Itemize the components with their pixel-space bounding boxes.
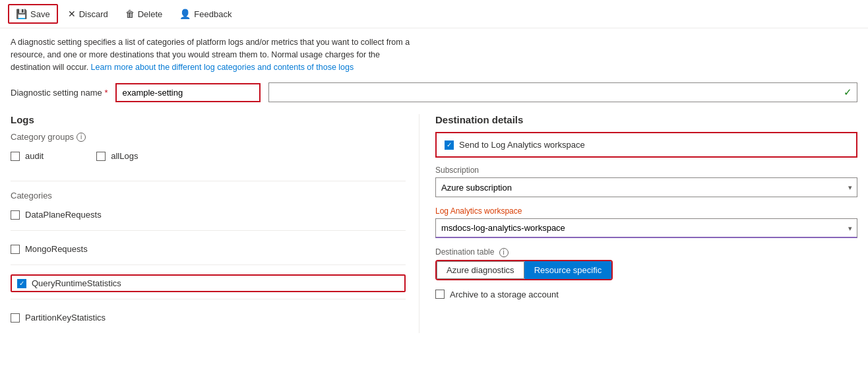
page-content: A diagnostic setting specifies a list of… (0, 28, 868, 341)
log-workspace-label: Log Analytics workspace (435, 206, 857, 216)
query-checkbox[interactable] (17, 279, 26, 288)
delete-button[interactable]: 🗑 Delete (118, 5, 170, 23)
partition-checkbox[interactable] (11, 313, 20, 323)
alllogs-checkbox[interactable] (96, 152, 106, 161)
main-layout: Logs Category groups i audit allLogs C (11, 114, 857, 333)
send-to-log-row: Send to Log Analytics workspace (435, 132, 857, 158)
divider2 (11, 230, 406, 231)
logs-title: Logs (11, 114, 406, 125)
divider (11, 181, 406, 181)
partition-checkbox-row: PartitionKeyStatistics (11, 309, 406, 326)
mongo-checkbox[interactable] (11, 245, 20, 254)
toolbar: 💾 Save ✕ Discard 🗑 Delete 👤 Feedback (0, 0, 868, 28)
dest-table-label: Destination table i (435, 247, 857, 257)
send-to-log-checkbox[interactable] (445, 140, 454, 150)
archive-label: Archive to a storage account (450, 290, 559, 299)
check-icon: ✓ (844, 86, 852, 98)
archive-checkbox[interactable] (435, 290, 445, 299)
audit-label: audit (25, 151, 44, 161)
feedback-button[interactable]: 👤 Feedback (172, 5, 239, 23)
dataplane-label: DataPlaneRequests (25, 210, 102, 220)
setting-name-long-input[interactable] (268, 82, 857, 102)
destination-section: Destination details Send to Log Analytic… (419, 114, 857, 333)
setting-name-bar: ✓ (268, 82, 857, 102)
dest-table-info-icon[interactable]: i (499, 248, 509, 257)
query-checkbox-row: QueryRuntimeStatistics (11, 274, 406, 292)
feedback-label: Feedback (194, 9, 232, 19)
resource-specific-option[interactable]: Resource specific (524, 261, 612, 279)
azure-diagnostics-option[interactable]: Azure diagnostics (437, 261, 524, 279)
setting-name-label: Diagnostic setting name * (11, 88, 108, 98)
category-groups-label: Category groups i (11, 132, 406, 142)
query-label: QueryRuntimeStatistics (32, 278, 121, 288)
divider3 (11, 264, 406, 265)
log-workspace-group: Log Analytics workspace msdocs-log-analy… (435, 206, 857, 238)
category-groups-row: audit allLogs (11, 147, 406, 171)
discard-icon: ✕ (68, 9, 76, 19)
discard-label: Discard (79, 9, 108, 19)
categories-label: Categories (11, 191, 406, 201)
alllogs-label: allLogs (111, 151, 138, 161)
mongo-checkbox-row: MongoRequests (11, 240, 406, 258)
learn-more-link[interactable]: Learn more about the different log categ… (91, 63, 354, 72)
destination-title: Destination details (435, 114, 857, 125)
dataplane-checkbox[interactable] (11, 210, 20, 220)
subscription-group: Subscription Azure subscription ▾ (435, 166, 857, 197)
subscription-label: Subscription (435, 166, 857, 175)
partition-label: PartitionKeyStatistics (25, 313, 106, 323)
discard-button[interactable]: ✕ Discard (61, 5, 115, 23)
archive-row: Archive to a storage account (435, 290, 857, 299)
feedback-icon: 👤 (179, 9, 191, 19)
delete-label: Delete (138, 9, 163, 19)
setting-name-input[interactable] (115, 83, 261, 102)
save-icon: 💾 (16, 9, 27, 19)
dataplane-checkbox-row: DataPlaneRequests (11, 206, 406, 224)
delete-icon: 🗑 (125, 9, 135, 19)
subscription-select-wrapper: Azure subscription ▾ (435, 177, 857, 197)
logs-section: Logs Category groups i audit allLogs C (11, 114, 419, 333)
dest-table-group: Destination table i Azure diagnostics Re… (435, 247, 857, 280)
save-button[interactable]: 💾 Save (8, 4, 58, 24)
audit-checkbox-row: audit (11, 147, 44, 165)
send-to-log-label: Send to Log Analytics workspace (459, 140, 585, 150)
log-workspace-select-wrapper: msdocs-log-analytics-workspace ▾ (435, 218, 857, 238)
category-groups-info-icon[interactable]: i (77, 133, 86, 142)
required-indicator: * (104, 88, 108, 98)
subscription-select[interactable]: Azure subscription (435, 177, 857, 197)
save-label: Save (30, 9, 50, 19)
description-text: A diagnostic setting specifies a list of… (11, 36, 419, 73)
audit-checkbox[interactable] (11, 152, 20, 161)
setting-name-row: Diagnostic setting name * ✓ (11, 82, 857, 102)
divider4 (11, 299, 406, 299)
mongo-label: MongoRequests (25, 244, 88, 254)
log-workspace-select[interactable]: msdocs-log-analytics-workspace (435, 218, 857, 238)
dest-table-options: Azure diagnostics Resource specific (435, 260, 613, 280)
alllogs-checkbox-row: allLogs (96, 147, 138, 165)
